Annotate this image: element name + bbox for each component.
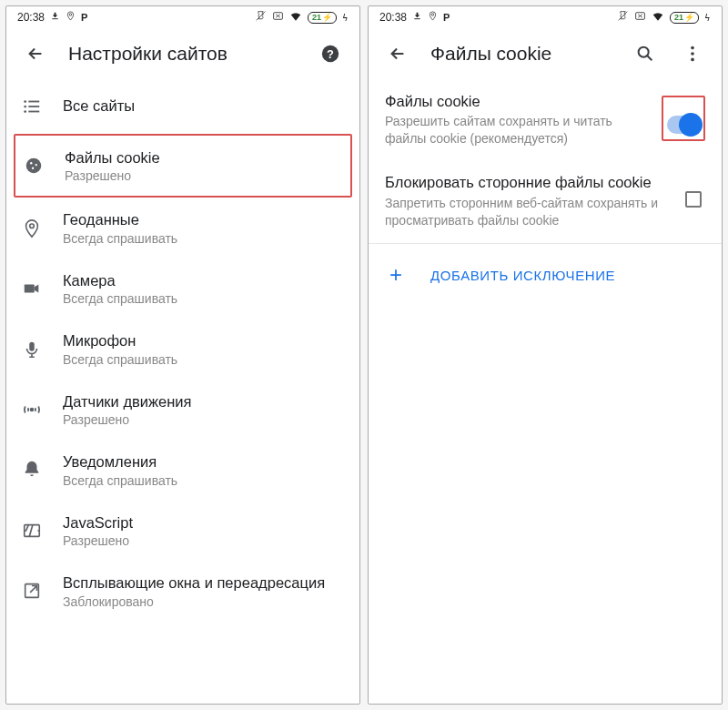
battery-icon: 21⚡ <box>308 12 337 24</box>
setting-motion[interactable]: Датчики движения Разрешено <box>6 380 359 440</box>
add-exception-label: ДОБАВИТЬ ИСКЛЮЧЕНИЕ <box>430 268 615 283</box>
setting-popups[interactable]: Всплывающие окна и переадресация Заблоки… <box>6 561 359 621</box>
setting-label: JavaScript <box>63 513 343 532</box>
battery-icon: 21⚡ <box>670 12 699 24</box>
svg-point-5 <box>24 100 26 103</box>
setting-label: Все сайты <box>63 96 343 116</box>
cookie-settings: Файлы cookie Разрешить сайтам сохранять … <box>369 79 722 704</box>
cookies-toggle[interactable] <box>667 116 700 134</box>
setting-sub: Заблокировано <box>63 594 343 609</box>
location-status-icon <box>66 11 76 24</box>
help-button[interactable]: ? <box>316 39 345 68</box>
plus-icon: + <box>385 262 407 288</box>
cookie-icon <box>23 156 45 176</box>
page-title: Настройки сайтов <box>68 43 298 65</box>
setting-sub: Разрешить сайтам сохранять и читать файл… <box>385 113 649 147</box>
setting-label: Уведомления <box>63 452 343 472</box>
svg-rect-21 <box>414 18 420 19</box>
setting-sub: Разрешено <box>63 412 343 427</box>
setting-sub: Разрешено <box>65 168 341 183</box>
charge-icon: ϟ <box>704 13 711 23</box>
svg-rect-17 <box>29 341 35 350</box>
setting-sub: Всегда спрашивать <box>63 291 343 306</box>
svg-rect-0 <box>52 18 57 19</box>
setting-all-sites[interactable]: Все сайты <box>6 79 359 134</box>
phone-right: 20:38 P 21⚡ ϟ Файлы cook <box>368 5 723 705</box>
mic-icon <box>21 340 43 360</box>
x-box-icon <box>272 10 284 25</box>
setting-javascript[interactable]: JavaScript Разрешено <box>6 501 359 561</box>
setting-label: Блокировать сторонние файлы cookie <box>385 173 672 192</box>
svg-text:?: ? <box>327 47 334 61</box>
svg-point-11 <box>26 158 42 174</box>
wifi-icon <box>652 10 664 25</box>
highlight-cookies: Файлы cookie Разрешено <box>14 134 352 198</box>
location-status-icon <box>428 11 438 24</box>
svg-point-9 <box>24 110 26 113</box>
svg-point-27 <box>691 58 694 62</box>
download-icon <box>412 11 422 24</box>
vibrate-icon <box>617 10 629 25</box>
phone-left: 20:38 P 21⚡ ϟ Настройки <box>5 5 360 705</box>
more-button[interactable] <box>678 39 707 68</box>
setting-label: Файлы cookie <box>385 92 649 111</box>
add-exception-button[interactable]: + ДОБАВИТЬ ИСКЛЮЧЕНИЕ <box>369 246 722 304</box>
back-button[interactable] <box>383 39 412 68</box>
settings-list: Все сайты Файлы cookie Разрешено Геоданн… <box>6 79 359 704</box>
app-bar: Настройки сайтов ? <box>6 28 359 79</box>
block-thirdparty-checkbox[interactable] <box>685 191 702 208</box>
search-button[interactable] <box>631 39 660 68</box>
setting-label: Датчики движения <box>63 392 343 411</box>
svg-point-15 <box>30 224 35 228</box>
setting-mic[interactable]: Микрофон Всегда спрашивать <box>6 319 359 379</box>
svg-point-24 <box>639 47 649 57</box>
download-icon <box>50 11 60 24</box>
setting-sub: Всегда спрашивать <box>63 231 343 246</box>
setting-sub: Разрешено <box>63 533 343 548</box>
bell-icon <box>21 460 43 480</box>
popup-icon <box>21 581 43 601</box>
setting-cookies[interactable]: Файлы cookie Разрешено <box>15 136 350 196</box>
svg-point-14 <box>32 167 34 169</box>
x-box-icon <box>634 10 646 25</box>
svg-rect-8 <box>28 106 39 107</box>
setting-block-thirdparty[interactable]: Блокировать сторонние файлы cookie Запре… <box>369 160 722 241</box>
camera-icon <box>21 279 43 299</box>
back-button[interactable] <box>21 39 50 68</box>
wifi-icon <box>289 10 302 25</box>
motion-icon <box>21 400 43 420</box>
vibrate-icon <box>255 10 267 25</box>
svg-rect-10 <box>28 111 39 113</box>
setting-label: Файлы cookie <box>65 148 341 167</box>
setting-camera[interactable]: Камера Всегда спрашивать <box>6 259 359 319</box>
status-bar: 20:38 P 21⚡ ϟ <box>369 6 722 28</box>
status-time: 20:38 <box>17 11 45 24</box>
status-bar: 20:38 P 21⚡ ϟ <box>6 6 359 28</box>
svg-point-26 <box>691 52 694 56</box>
page-title: Файлы cookie <box>430 43 612 65</box>
svg-rect-16 <box>25 285 35 293</box>
setting-label: Геоданные <box>63 210 343 229</box>
setting-sub: Всегда спрашивать <box>63 352 343 367</box>
setting-allow-cookies[interactable]: Файлы cookie Разрешить сайтам сохранять … <box>369 79 722 160</box>
charge-icon: ϟ <box>342 13 349 23</box>
setting-notifications[interactable]: Уведомления Всегда спрашивать <box>6 440 359 500</box>
svg-point-7 <box>24 106 26 108</box>
parking-icon: P <box>81 12 87 23</box>
status-time: 20:38 <box>379 11 407 24</box>
setting-label: Камера <box>63 271 343 290</box>
list-icon <box>21 96 43 117</box>
parking-icon: P <box>443 12 450 23</box>
highlight-toggle <box>662 96 705 141</box>
js-icon <box>21 521 43 541</box>
setting-location[interactable]: Геоданные Всегда спрашивать <box>6 198 359 258</box>
svg-point-25 <box>691 46 694 50</box>
divider <box>369 243 722 244</box>
setting-label: Всплывающие окна и переадресация <box>63 573 343 593</box>
setting-label: Микрофон <box>63 331 343 350</box>
svg-point-12 <box>30 162 32 164</box>
svg-point-18 <box>31 409 34 411</box>
svg-point-13 <box>35 164 37 166</box>
setting-sub: Запретить сторонним веб-сайтам сохранять… <box>385 195 672 229</box>
location-icon <box>21 218 43 238</box>
